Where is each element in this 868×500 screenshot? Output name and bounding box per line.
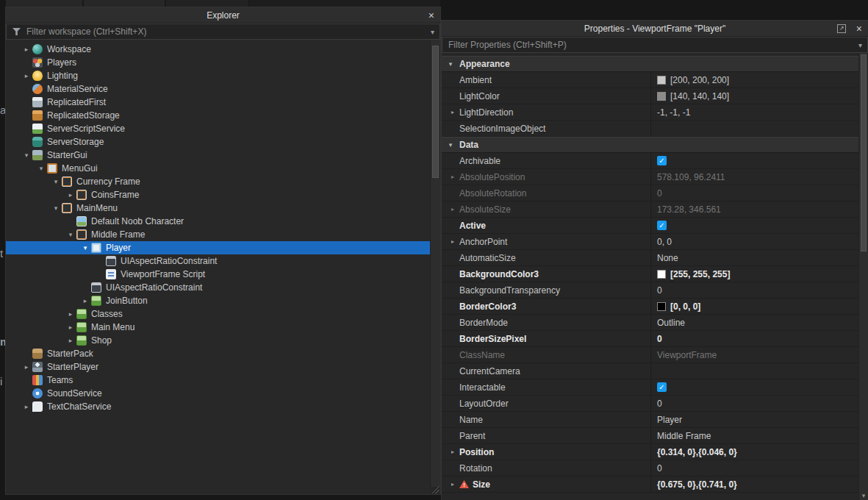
- property-row-absoluteposition[interactable]: ▸AbsolutePosition578.109, 96.2411: [442, 169, 858, 185]
- property-row-automaticsize[interactable]: AutomaticSizeNone: [442, 250, 858, 266]
- property-row-currentcamera[interactable]: CurrentCamera: [442, 363, 858, 379]
- tree-item-menugui[interactable]: ▾MenuGui: [6, 162, 430, 175]
- property-row-bordermode[interactable]: BorderModeOutline: [442, 315, 858, 331]
- tree-item-starterpack[interactable]: StarterPack: [6, 347, 430, 360]
- property-value-cell[interactable]: 0: [650, 396, 858, 411]
- close-icon[interactable]: ×: [428, 7, 434, 24]
- properties-scrollbar[interactable]: ▾: [858, 53, 868, 500]
- tree-item-mainmenu[interactable]: ▾MainMenu: [6, 201, 430, 215]
- chevron-right-icon[interactable]: ▸: [446, 238, 459, 245]
- property-value-cell[interactable]: Outline: [650, 315, 858, 330]
- tree-item-uiaspectratioconstraint[interactable]: UIAspectRatioConstraint: [6, 281, 430, 294]
- tree-item-classes[interactable]: ▸Classes: [6, 307, 430, 321]
- tree-item-shop[interactable]: ▸Shop: [6, 334, 430, 347]
- property-row-absoluterotation[interactable]: AbsoluteRotation0: [442, 185, 858, 201]
- property-value-cell[interactable]: -1, -1, -1: [650, 104, 858, 120]
- checkbox-checked-icon[interactable]: ✓: [657, 382, 667, 392]
- property-value-cell[interactable]: None: [650, 250, 858, 265]
- property-row-parent[interactable]: ParentMiddle Frame: [442, 428, 858, 444]
- property-value-cell[interactable]: Middle Frame: [650, 428, 858, 443]
- tree-item-coinsframe[interactable]: ▸CoinsFrame: [6, 188, 430, 201]
- chevron-right-icon[interactable]: ▸: [79, 297, 91, 304]
- chevron-right-icon[interactable]: ▸: [65, 324, 76, 331]
- scrollbar-thumb[interactable]: [432, 46, 439, 178]
- chevron-right-icon[interactable]: ▸: [21, 72, 32, 79]
- property-value-cell[interactable]: [255, 255, 255]: [650, 266, 858, 282]
- chevron-down-icon[interactable]: ▾: [431, 24, 434, 40]
- property-value-cell[interactable]: [650, 363, 858, 379]
- section-header-data[interactable]: ▾Data: [442, 137, 858, 153]
- properties-header[interactable]: Properties - ViewportFrame "Player" ↗ ×: [442, 21, 868, 37]
- property-row-active[interactable]: Active✓: [442, 218, 858, 234]
- property-value-cell[interactable]: 173.28, 346.561: [650, 201, 858, 217]
- property-row-backgroundtransparency[interactable]: BackgroundTransparency0: [442, 282, 858, 299]
- property-value-cell[interactable]: 0: [650, 460, 858, 476]
- checkbox-checked-icon[interactable]: ✓: [657, 156, 667, 165]
- color-swatch[interactable]: [657, 92, 666, 101]
- chevron-right-icon[interactable]: ▸: [21, 46, 32, 53]
- tree-item-lighting[interactable]: ▸Lighting: [6, 69, 430, 82]
- property-value-cell[interactable]: {0.675, 0},{0.741, 0}: [650, 476, 858, 492]
- chevron-right-icon[interactable]: ▸: [446, 206, 459, 213]
- property-row-selectionimageobject[interactable]: SelectionImageObject: [442, 121, 858, 137]
- tree-item-player[interactable]: ▾Player: [6, 241, 430, 254]
- tree-item-serverstorage[interactable]: ServerStorage: [6, 135, 430, 149]
- chevron-down-icon[interactable]: ▾: [65, 231, 76, 238]
- property-value-cell[interactable]: 578.109, 96.2411: [650, 169, 858, 185]
- property-value-cell[interactable]: [200, 200, 200]: [650, 72, 858, 88]
- property-row-name[interactable]: NamePlayer: [442, 412, 858, 428]
- property-value-cell[interactable]: [0, 0, 0]: [650, 299, 858, 314]
- property-value-cell[interactable]: ViewportFrame: [650, 347, 858, 362]
- property-value-cell[interactable]: ✓: [650, 153, 858, 168]
- chevron-down-icon[interactable]: ▾: [50, 204, 62, 212]
- chevron-down-icon[interactable]: ▾: [35, 165, 47, 172]
- property-value-cell[interactable]: ✓: [650, 218, 858, 233]
- property-row-backgroundcolor3[interactable]: BackgroundColor3[255, 255, 255]: [442, 266, 858, 282]
- property-value-cell[interactable]: 0, 0: [650, 234, 858, 249]
- property-value-cell[interactable]: {0.314, 0},{0.046, 0}: [650, 444, 858, 460]
- property-row-lightdirection[interactable]: ▸LightDirection-1, -1, -1: [442, 104, 858, 121]
- scroll-down-icon[interactable]: ▾: [859, 492, 868, 499]
- chevron-right-icon[interactable]: ▸: [65, 337, 76, 344]
- chevron-right-icon[interactable]: ▸: [21, 363, 32, 371]
- property-row-layoutorder[interactable]: LayoutOrder0: [442, 396, 858, 412]
- tree-item-joinbutton[interactable]: ▸JoinButton: [6, 294, 430, 307]
- property-row-archivable[interactable]: Archivable✓: [442, 153, 858, 169]
- properties-filter-input[interactable]: Filter Properties (Ctrl+Shift+P) ▾: [442, 37, 868, 53]
- chevron-right-icon[interactable]: ▸: [446, 174, 459, 180]
- property-row-bordersizepixel[interactable]: BorderSizePixel0: [442, 331, 858, 347]
- property-value-cell[interactable]: 0: [650, 282, 858, 298]
- chevron-right-icon[interactable]: ▸: [446, 481, 459, 488]
- property-row-bordercolor3[interactable]: BorderColor3[0, 0, 0]: [442, 299, 858, 315]
- tree-item-middle-frame[interactable]: ▾Middle Frame: [6, 228, 430, 241]
- property-row-position[interactable]: ▸Position{0.314, 0},{0.046, 0}: [442, 444, 858, 460]
- chevron-right-icon[interactable]: ▸: [446, 109, 459, 115]
- property-row-anchorpoint[interactable]: ▸AnchorPoint0, 0: [442, 234, 858, 250]
- tree-item-textchatservice[interactable]: ▸TextChatService: [6, 400, 430, 413]
- property-row-interactable[interactable]: Interactable✓: [442, 379, 858, 396]
- scrollbar-thumb[interactable]: [861, 54, 867, 251]
- tree-item-replicatedfirst[interactable]: ReplicatedFirst: [6, 96, 430, 109]
- chevron-down-icon[interactable]: ▾: [858, 38, 862, 54]
- property-value-cell[interactable]: ✓: [650, 379, 858, 395]
- chevron-right-icon[interactable]: ▸: [21, 403, 32, 410]
- close-icon[interactable]: ×: [856, 21, 862, 37]
- property-row-size[interactable]: ▸!Size{0.675, 0},{0.741, 0}: [442, 476, 858, 493]
- explorer-scrollbar[interactable]: [430, 40, 440, 487]
- chevron-right-icon[interactable]: ▸: [65, 310, 76, 318]
- chevron-down-icon[interactable]: ▾: [79, 244, 91, 251]
- property-value-cell[interactable]: 0: [650, 185, 858, 201]
- chevron-down-icon[interactable]: ▾: [50, 178, 62, 185]
- tree-item-workspace[interactable]: ▸Workspace: [6, 43, 430, 56]
- tree-item-default-noob-character[interactable]: Default Noob Character: [6, 215, 430, 228]
- property-value-cell[interactable]: 0: [650, 331, 858, 346]
- tree-item-soundservice[interactable]: SoundService: [6, 387, 430, 400]
- explorer-filter-input[interactable]: Filter workspace (Ctrl+Shift+X) ▾: [6, 24, 440, 40]
- color-swatch[interactable]: [657, 302, 666, 311]
- tree-item-viewportframe-script[interactable]: ViewportFrame Script: [6, 268, 430, 281]
- property-row-lightcolor[interactable]: LightColor[140, 140, 140]: [442, 88, 858, 104]
- tree-item-starterplayer[interactable]: ▸StarterPlayer: [6, 360, 430, 374]
- resize-grip[interactable]: [431, 485, 440, 493]
- property-row-absolutesize[interactable]: ▸AbsoluteSize173.28, 346.561: [442, 201, 858, 218]
- tree-item-currency-frame[interactable]: ▾Currency Frame: [6, 175, 430, 188]
